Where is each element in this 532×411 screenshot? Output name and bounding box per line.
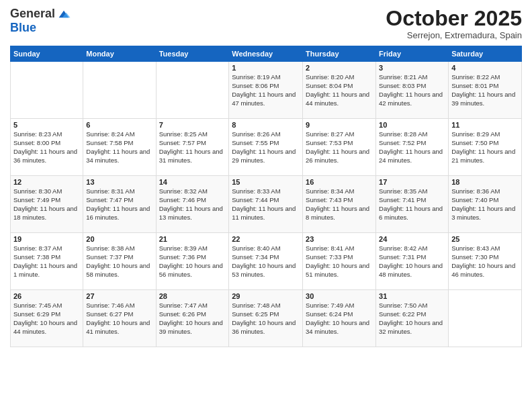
calendar-cell: 4Sunrise: 8:22 AM Sunset: 8:01 PM Daylig… [449,62,522,119]
calendar-cell: 28Sunrise: 7:47 AM Sunset: 6:26 PM Dayli… [156,290,229,347]
day-info: Sunrise: 8:28 AM Sunset: 7:52 PM Dayligh… [379,130,445,165]
day-info: Sunrise: 7:45 AM Sunset: 6:29 PM Dayligh… [13,302,80,336]
day-number: 9 [306,121,373,129]
day-number: 20 [86,235,152,243]
day-number: 19 [13,235,80,243]
col-monday: Monday [83,46,156,62]
day-info: Sunrise: 7:49 AM Sunset: 6:24 PM Dayligh… [306,302,373,336]
calendar-cell: 19Sunrise: 8:37 AM Sunset: 7:38 PM Dayli… [11,233,83,290]
day-info: Sunrise: 8:20 AM Sunset: 8:04 PM Dayligh… [306,73,373,107]
day-info: Sunrise: 8:29 AM Sunset: 7:50 PM Dayligh… [451,130,519,165]
day-number: 18 [451,178,519,186]
day-info: Sunrise: 8:37 AM Sunset: 7:38 PM Dayligh… [13,244,80,279]
calendar-cell: 21Sunrise: 8:39 AM Sunset: 7:36 PM Dayli… [156,233,229,290]
day-info: Sunrise: 8:40 AM Sunset: 7:34 PM Dayligh… [232,244,300,279]
calendar-cell: 29Sunrise: 7:48 AM Sunset: 6:25 PM Dayli… [229,290,303,347]
calendar-cell: 31Sunrise: 7:50 AM Sunset: 6:22 PM Dayli… [376,290,449,347]
col-friday: Friday [376,46,449,62]
day-number: 6 [86,121,152,129]
day-number: 7 [159,121,226,129]
day-info: Sunrise: 8:42 AM Sunset: 7:31 PM Dayligh… [379,244,445,279]
day-number: 11 [451,121,519,129]
calendar-week-5: 26Sunrise: 7:45 AM Sunset: 6:29 PM Dayli… [11,290,522,347]
calendar-cell: 17Sunrise: 8:35 AM Sunset: 7:41 PM Dayli… [376,176,449,233]
calendar-week-1: 1Sunrise: 8:19 AM Sunset: 8:06 PM Daylig… [11,62,522,119]
title-block: October 2025 Serrejon, Extremadura, Spai… [386,7,522,40]
day-info: Sunrise: 8:31 AM Sunset: 7:47 PM Dayligh… [86,187,152,222]
day-number: 28 [159,292,226,300]
day-info: Sunrise: 8:33 AM Sunset: 7:44 PM Dayligh… [232,187,300,222]
day-number: 21 [159,235,226,243]
calendar-cell: 15Sunrise: 8:33 AM Sunset: 7:44 PM Dayli… [229,176,303,233]
calendar-cell: 3Sunrise: 8:21 AM Sunset: 8:03 PM Daylig… [376,62,449,119]
day-info: Sunrise: 8:32 AM Sunset: 7:46 PM Dayligh… [159,187,226,222]
calendar-table: Sunday Monday Tuesday Wednesday Thursday… [10,46,522,347]
day-number: 24 [379,235,445,243]
calendar-cell: 30Sunrise: 7:49 AM Sunset: 6:24 PM Dayli… [303,290,376,347]
calendar-cell [156,62,229,119]
calendar-cell: 8Sunrise: 8:26 AM Sunset: 7:55 PM Daylig… [229,119,303,176]
calendar-week-4: 19Sunrise: 8:37 AM Sunset: 7:38 PM Dayli… [11,233,522,290]
day-info: Sunrise: 8:19 AM Sunset: 8:06 PM Dayligh… [232,73,300,107]
day-info: Sunrise: 8:22 AM Sunset: 8:01 PM Dayligh… [451,73,519,107]
logo-blue: Blue [10,21,36,34]
day-number: 26 [13,292,80,300]
day-number: 4 [451,64,519,72]
day-info: Sunrise: 7:48 AM Sunset: 6:25 PM Dayligh… [232,302,300,336]
page: General Blue October 2025 Serrejon, Extr… [0,0,532,411]
day-info: Sunrise: 7:50 AM Sunset: 6:22 PM Dayligh… [379,302,445,336]
day-number: 12 [13,178,80,186]
calendar-cell: 20Sunrise: 8:38 AM Sunset: 7:37 PM Dayli… [83,233,156,290]
calendar-cell [83,62,156,119]
day-number: 1 [232,64,300,72]
calendar-cell [11,62,83,119]
day-number: 3 [379,64,445,72]
calendar-cell: 16Sunrise: 8:34 AM Sunset: 7:43 PM Dayli… [303,176,376,233]
col-saturday: Saturday [449,46,522,62]
calendar-cell: 22Sunrise: 8:40 AM Sunset: 7:34 PM Dayli… [229,233,303,290]
day-number: 16 [306,178,373,186]
calendar-cell: 26Sunrise: 7:45 AM Sunset: 6:29 PM Dayli… [11,290,83,347]
day-info: Sunrise: 8:27 AM Sunset: 7:53 PM Dayligh… [306,130,373,165]
day-info: Sunrise: 8:36 AM Sunset: 7:40 PM Dayligh… [451,187,519,222]
calendar-cell: 10Sunrise: 8:28 AM Sunset: 7:52 PM Dayli… [376,119,449,176]
day-info: Sunrise: 7:47 AM Sunset: 6:26 PM Dayligh… [159,302,226,336]
day-number: 5 [13,121,80,129]
day-number: 8 [232,121,300,129]
logo-icon [56,7,71,21]
day-info: Sunrise: 8:38 AM Sunset: 7:37 PM Dayligh… [86,244,152,279]
calendar-cell: 2Sunrise: 8:20 AM Sunset: 8:04 PM Daylig… [303,62,376,119]
day-info: Sunrise: 8:34 AM Sunset: 7:43 PM Dayligh… [306,187,373,222]
logo: General Blue [10,7,71,35]
calendar-cell: 25Sunrise: 8:43 AM Sunset: 7:30 PM Dayli… [449,233,522,290]
calendar-cell: 5Sunrise: 8:23 AM Sunset: 8:00 PM Daylig… [11,119,83,176]
day-number: 27 [86,292,152,300]
day-number: 10 [379,121,445,129]
day-info: Sunrise: 8:21 AM Sunset: 8:03 PM Dayligh… [379,73,445,107]
col-tuesday: Tuesday [156,46,229,62]
calendar-header-row: Sunday Monday Tuesday Wednesday Thursday… [11,46,522,62]
location: Serrejon, Extremadura, Spain [386,30,522,40]
header: General Blue October 2025 Serrejon, Extr… [10,7,522,40]
day-number: 31 [379,292,445,300]
day-info: Sunrise: 8:41 AM Sunset: 7:33 PM Dayligh… [306,244,373,279]
col-thursday: Thursday [303,46,376,62]
day-number: 14 [159,178,226,186]
calendar-cell: 9Sunrise: 8:27 AM Sunset: 7:53 PM Daylig… [303,119,376,176]
day-number: 23 [306,235,373,243]
calendar-cell: 18Sunrise: 8:36 AM Sunset: 7:40 PM Dayli… [449,176,522,233]
logo-general: General [10,7,55,21]
day-info: Sunrise: 8:23 AM Sunset: 8:00 PM Dayligh… [13,130,80,165]
calendar-cell: 11Sunrise: 8:29 AM Sunset: 7:50 PM Dayli… [449,119,522,176]
calendar-cell: 6Sunrise: 8:24 AM Sunset: 7:58 PM Daylig… [83,119,156,176]
day-info: Sunrise: 7:46 AM Sunset: 6:27 PM Dayligh… [86,302,152,336]
day-number: 29 [232,292,300,300]
day-info: Sunrise: 8:25 AM Sunset: 7:57 PM Dayligh… [159,130,226,165]
calendar-week-2: 5Sunrise: 8:23 AM Sunset: 8:00 PM Daylig… [11,119,522,176]
day-number: 17 [379,178,445,186]
calendar-cell: 24Sunrise: 8:42 AM Sunset: 7:31 PM Dayli… [376,233,449,290]
calendar-cell: 14Sunrise: 8:32 AM Sunset: 7:46 PM Dayli… [156,176,229,233]
day-number: 30 [306,292,373,300]
day-info: Sunrise: 8:30 AM Sunset: 7:49 PM Dayligh… [13,187,80,222]
col-wednesday: Wednesday [229,46,303,62]
